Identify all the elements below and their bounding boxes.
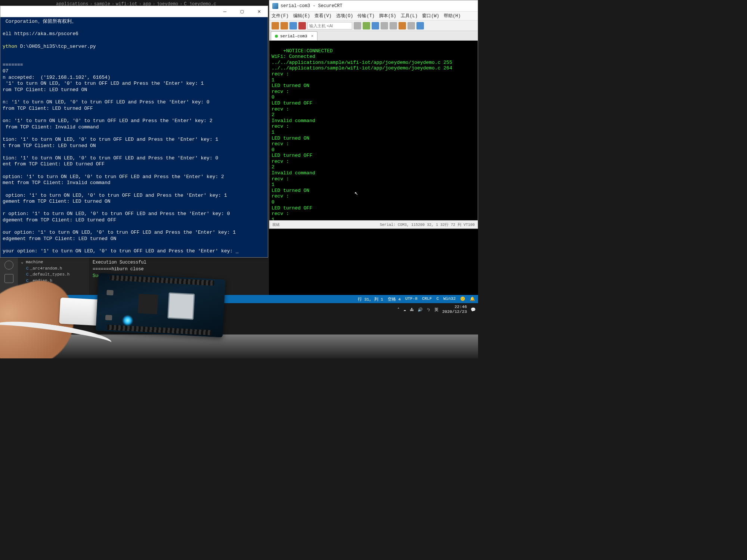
wifi-module: [167, 292, 195, 320]
tray-cloud-icon[interactable]: ☁: [403, 307, 406, 312]
tray-chevron-icon[interactable]: ˄: [397, 307, 400, 312]
statusbar-item[interactable]: 🙂: [460, 296, 465, 302]
close-button[interactable]: ✕: [251, 6, 268, 17]
statusbar-item[interactable]: C: [436, 296, 439, 302]
menu-item[interactable]: 脚本(S): [379, 13, 396, 19]
close-icon[interactable]: ×: [311, 34, 314, 38]
powershell-window: — ▢ ✕ Corporation。保留所有权利。 ell https://ak…: [0, 6, 268, 258]
menu-item[interactable]: 查看(V): [314, 13, 332, 19]
maximize-button[interactable]: ▢: [233, 6, 251, 17]
blue-led: [122, 315, 133, 326]
securecrt-titlebar[interactable]: serial-com3 - SecureCRT: [269, 0, 478, 12]
powershell-terminal[interactable]: Corporation。保留所有权利。 ell https://aka.ms/p…: [0, 17, 268, 257]
toolbar-icon[interactable]: [372, 22, 379, 29]
editor-dark-area: [269, 229, 478, 296]
toolbar-icon[interactable]: [390, 22, 397, 29]
toolbar-icon[interactable]: [354, 22, 361, 29]
tab-serial-com3[interactable]: serial-com3 ×: [271, 31, 317, 40]
menu-item[interactable]: 工具(L): [401, 13, 418, 19]
toolbar-icon[interactable]: [298, 22, 306, 29]
securecrt-tabbar: serial-com3 ×: [269, 31, 478, 41]
file-item[interactable]: C_default_types.h: [21, 271, 86, 278]
account-icon[interactable]: [4, 261, 13, 270]
header-pins: [107, 325, 211, 336]
statusbar-item[interactable]: 行 31, 列 1: [358, 296, 383, 302]
menu-item[interactable]: 选项(O): [336, 13, 353, 19]
dev-board: [96, 273, 226, 337]
toolbar-icon[interactable]: [363, 22, 370, 29]
toolbar-icon[interactable]: [381, 22, 388, 29]
securecrt-statusbar: 就绪 Serial: COM3, 115200 32, 1 32行 72 列 V…: [269, 220, 478, 228]
minimize-button[interactable]: —: [216, 6, 233, 17]
securecrt-menubar[interactable]: 文件(F)编辑(E)查看(V)选项(O)传输(T)脚本(S)工具(L)窗口(W)…: [269, 12, 478, 21]
statusbar-item[interactable]: UTF-8: [405, 296, 418, 302]
toolbar-icon[interactable]: [280, 22, 288, 29]
tray-lang-icon[interactable]: 英: [434, 307, 438, 312]
menu-item[interactable]: 帮助(H): [444, 13, 461, 19]
toolbar-icon[interactable]: [407, 22, 415, 29]
taskbar-clock[interactable]: 22:46 2020/12/23: [442, 305, 467, 314]
settings-icon[interactable]: [4, 274, 13, 283]
notifications-icon[interactable]: 💬: [471, 307, 476, 312]
board-button: [105, 315, 112, 320]
host-input[interactable]: [307, 22, 352, 29]
menu-item[interactable]: 文件(F): [272, 13, 289, 19]
powershell-titlebar[interactable]: — ▢ ✕: [0, 6, 268, 17]
statusbar-item[interactable]: Win32: [443, 296, 456, 302]
menu-item[interactable]: 传输(T): [357, 13, 375, 19]
securecrt-title: serial-com3 - SecureCRT: [280, 3, 342, 9]
statusbar-item[interactable]: 空格 4: [388, 296, 401, 302]
securecrt-window: serial-com3 - SecureCRT 文件(F)编辑(E)查看(V)选…: [269, 0, 478, 229]
statusbar-item[interactable]: CRLF: [422, 296, 432, 302]
securecrt-icon: [272, 3, 278, 9]
toolbar-icon[interactable]: [272, 22, 279, 29]
toolbar-icon[interactable]: [399, 22, 406, 29]
tray-volume-icon[interactable]: 🔊: [418, 307, 423, 312]
tab-status-dot-icon: [275, 35, 278, 38]
menu-item[interactable]: 编辑(E): [293, 13, 310, 19]
menu-item[interactable]: 窗口(W): [422, 13, 439, 19]
mcu-chip: [138, 294, 158, 314]
securecrt-toolbar[interactable]: [269, 21, 478, 31]
file-item[interactable]: C_arc4random.h: [21, 265, 86, 272]
mouse-cursor-icon: ↖: [354, 190, 358, 197]
toolbar-icon[interactable]: [289, 22, 297, 29]
toolbar-icon[interactable]: [416, 22, 424, 29]
board-button: [106, 290, 114, 295]
securecrt-terminal[interactable]: +NOTICE:CONNECTED WiFi: Connected ../../…: [269, 41, 478, 220]
taskbar-tray[interactable]: ˄ ☁ 🖧 🔊 ㄅ 英 22:46 2020/12/23 💬: [397, 305, 476, 314]
statusbar-item[interactable]: 🔔: [470, 296, 475, 302]
tray-network-icon[interactable]: 🖧: [410, 307, 414, 312]
tray-ime-icon[interactable]: ㄅ: [427, 307, 431, 312]
